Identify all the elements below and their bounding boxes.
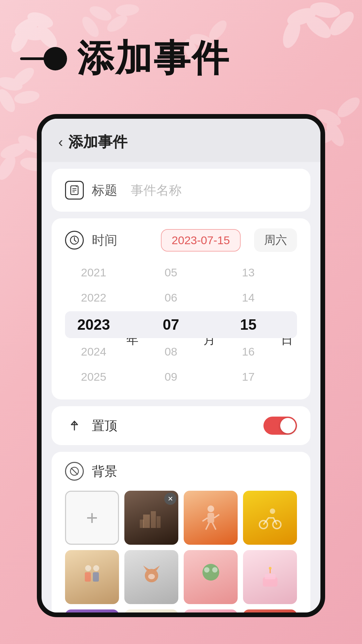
svg-rect-58 xyxy=(93,572,99,582)
day-badge[interactable]: 周六 xyxy=(254,228,297,252)
fox-illustration xyxy=(138,564,165,591)
green-kids-img xyxy=(184,550,238,604)
month-09[interactable]: 09 xyxy=(142,364,200,389)
clock-icon xyxy=(69,235,79,245)
date-picker[interactable]: 2021 2022 2023 2024 2025 年 05 06 07 08 0… xyxy=(65,260,297,389)
svg-rect-42 xyxy=(143,515,150,528)
title-line xyxy=(20,57,47,60)
year-2021[interactable]: 2021 xyxy=(65,260,122,285)
dance-img xyxy=(184,491,238,545)
image-red-portrait[interactable] xyxy=(243,609,297,617)
title-input-row: 标题 事件名称 xyxy=(65,181,297,200)
month-picker-col[interactable]: 05 06 07 08 09 xyxy=(142,260,200,389)
day-14[interactable]: 14 xyxy=(220,285,277,310)
back-button[interactable]: ‹ xyxy=(58,134,63,150)
title-field-icon xyxy=(65,181,84,200)
svg-line-49 xyxy=(214,515,219,518)
red-portrait-img xyxy=(243,609,297,617)
svg-line-50 xyxy=(206,523,209,530)
svg-point-69 xyxy=(269,567,272,570)
document-icon xyxy=(69,185,79,195)
screen-header: ‹ 添加事件 xyxy=(42,119,320,162)
pin-card: 置顶 xyxy=(52,406,310,445)
svg-line-48 xyxy=(202,518,207,521)
svg-point-46 xyxy=(207,505,214,512)
birthday-img xyxy=(243,550,297,604)
date-badge[interactable]: 2023-07-15 xyxy=(161,229,241,252)
page-main-title: 添加事件 xyxy=(77,34,230,84)
svg-rect-56 xyxy=(85,572,91,582)
image-fox[interactable] xyxy=(124,550,178,604)
image-green-kids[interactable] xyxy=(184,550,238,604)
title-label: 标题 xyxy=(92,182,117,199)
add-image-button[interactable]: + xyxy=(65,491,119,545)
year-2022[interactable]: 2022 xyxy=(65,285,122,310)
year-2023[interactable]: 2023 xyxy=(65,310,122,339)
screen-title: 添加事件 xyxy=(68,132,127,152)
month-07[interactable]: 07 xyxy=(142,310,200,339)
svg-point-54 xyxy=(270,508,275,514)
title-decoration xyxy=(20,47,67,70)
svg-line-35 xyxy=(74,240,76,241)
title-dot xyxy=(44,47,67,70)
image-birthday[interactable] xyxy=(243,550,297,604)
city-illustration xyxy=(138,504,165,531)
fox-img xyxy=(124,550,178,604)
month-06[interactable]: 06 xyxy=(142,285,200,310)
background-icon xyxy=(65,462,84,481)
svg-line-51 xyxy=(213,523,216,530)
pin-label: 置顶 xyxy=(92,417,263,434)
green-kids-illustration xyxy=(197,564,224,591)
pin-icon xyxy=(65,416,84,435)
image-heart[interactable] xyxy=(184,609,238,617)
phone-frame: ‹ 添加事件 标题 事件名称 xyxy=(37,114,325,644)
birthday-illustration xyxy=(257,564,284,591)
svg-point-63 xyxy=(202,564,219,581)
svg-rect-44 xyxy=(157,516,161,528)
image-dance[interactable] xyxy=(184,491,238,545)
svg-point-62 xyxy=(148,574,155,579)
day-16[interactable]: 16 xyxy=(220,339,277,364)
day-13[interactable]: 13 xyxy=(220,260,277,285)
image-scooter[interactable] xyxy=(243,491,297,545)
page-title-area: 添加事件 xyxy=(0,34,362,84)
svg-point-55 xyxy=(85,565,91,571)
svg-point-57 xyxy=(93,565,99,571)
svg-point-17 xyxy=(115,3,140,17)
year-picker-col[interactable]: 2021 2022 2023 2024 2025 xyxy=(65,260,122,389)
year-2025[interactable]: 2025 xyxy=(65,364,122,389)
image-city[interactable]: ✕ xyxy=(124,491,178,545)
svg-rect-43 xyxy=(151,511,156,528)
day-picker-col[interactable]: 13 14 15 16 17 xyxy=(220,260,277,389)
prohibition-icon xyxy=(69,466,79,476)
svg-point-65 xyxy=(212,567,218,573)
month-08[interactable]: 08 xyxy=(142,339,200,364)
add-icon: + xyxy=(86,506,98,529)
scooter-illustration xyxy=(255,506,285,530)
day-15[interactable]: 15 xyxy=(220,310,277,339)
svg-rect-45 xyxy=(140,520,144,528)
time-header: 时间 2023-07-15 周六 xyxy=(65,228,297,252)
month-05[interactable]: 05 xyxy=(142,260,200,285)
image-purple-cake[interactable] xyxy=(65,609,119,617)
purple-cake-img xyxy=(65,609,119,617)
title-input[interactable]: 事件名称 xyxy=(131,182,182,199)
girl-img xyxy=(124,609,178,617)
pin-svg-icon xyxy=(69,420,80,431)
day-17[interactable]: 17 xyxy=(220,364,277,389)
heart-img xyxy=(184,609,238,617)
image-couple[interactable] xyxy=(65,550,119,604)
pin-toggle-knob xyxy=(280,418,296,433)
year-2024[interactable]: 2024 xyxy=(65,339,122,364)
svg-line-41 xyxy=(71,468,78,475)
image-close-button[interactable]: ✕ xyxy=(164,493,176,505)
couple-illustration xyxy=(79,562,106,592)
background-header: 背景 xyxy=(65,462,297,481)
image-grid: + ✕ xyxy=(65,491,297,617)
svg-rect-67 xyxy=(265,574,276,579)
svg-marker-61 xyxy=(153,566,160,571)
dance-illustration xyxy=(199,503,223,533)
image-girl[interactable] xyxy=(124,609,178,617)
title-card: 标题 事件名称 xyxy=(52,169,310,212)
pin-toggle-switch[interactable] xyxy=(263,417,297,435)
